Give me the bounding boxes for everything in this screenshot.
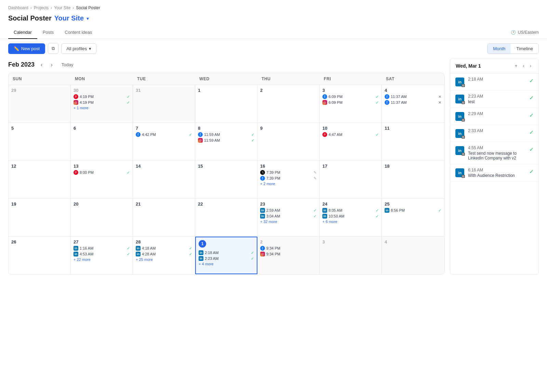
event-row[interactable]: in 1:16 AM ✓	[74, 246, 130, 251]
side-panel-prev-button[interactable]: ‹	[521, 62, 526, 69]
panel-item-3[interactable]: inD 2:29 AM ✓	[450, 108, 538, 125]
cal-cell-12[interactable]: 12	[9, 161, 71, 198]
panel-item-4[interactable]: inD 2:33 AM ✓	[450, 125, 538, 142]
cal-cell-6[interactable]: 6	[71, 123, 133, 160]
breadcrumb-projects[interactable]: Projects	[34, 5, 49, 10]
new-post-button[interactable]: ✏️ New post	[8, 43, 45, 54]
cal-cell-22[interactable]: 22	[195, 199, 257, 236]
side-panel: Wed, Mar 1 + ‹ › inD 2:18 AM ✓	[450, 58, 539, 275]
event-row[interactable]: in 8:05 AM ✓	[322, 208, 379, 213]
cal-cell-15[interactable]: 15	[195, 161, 257, 198]
cal-cell-27[interactable]: 27 in 1:16 AM ✓ in 4:53 AM ✓ +	[71, 237, 133, 274]
event-row[interactable]: ◎ 11:59 AM ✓	[198, 138, 254, 143]
cal-cell-1-mar[interactable]: 1 in 2:18 AM ✓ in 2:23 AM ✓	[195, 237, 257, 274]
cal-cell-28[interactable]: 28 in 4:18 AM ✓ in 4:28 AM ✓ +	[133, 237, 195, 274]
tab-posts[interactable]: Posts	[37, 26, 59, 39]
cal-cell-2-feb[interactable]: 2	[257, 85, 320, 123]
event-row[interactable]: P 4:19 PM ✓	[74, 94, 130, 99]
event-row[interactable]: in 2:59 AM ✓	[260, 208, 317, 213]
event-row[interactable]: in 4:53 AM ✓	[74, 252, 130, 256]
cal-cell-7[interactable]: 7 f 4:42 PM ✓	[133, 123, 195, 160]
breadcrumb-your-site[interactable]: Your Site	[54, 5, 70, 10]
cal-cell-9[interactable]: 9	[257, 123, 320, 160]
panel-item-5[interactable]: inD 4:55 AM Test send now message to Lin…	[450, 142, 538, 164]
panel-item-6[interactable]: inD 6:16 AM With Audience Restriction ✓	[450, 164, 538, 182]
more-events-link[interactable]: + 22 more	[74, 257, 130, 262]
prev-month-button[interactable]: ‹	[39, 61, 44, 69]
panel-item-2[interactable]: inD 2:23 AM test ✓	[450, 90, 538, 108]
more-events-link[interactable]: + 4 more	[199, 262, 254, 266]
event-row[interactable]: f 7:39 PM ✎	[260, 176, 317, 181]
cal-cell-20[interactable]: 20	[71, 199, 133, 236]
event-row[interactable]: in 4:28 AM ✓	[136, 252, 192, 256]
cal-cell-24[interactable]: 24 in 8:05 AM ✓ in 10:50 AM ✓	[320, 199, 382, 236]
view-month-button[interactable]: Month	[488, 44, 511, 54]
today-button[interactable]: Today	[59, 61, 76, 69]
event-row[interactable]: ◎ 6:09 PM ✓	[322, 100, 379, 105]
event-row[interactable]: in 3:04 AM ✓	[260, 214, 317, 219]
side-panel-items: inD 2:18 AM ✓ inD 2:23 AM test	[450, 73, 538, 182]
timezone-indicator: 🕐 US/Eastern	[511, 30, 539, 35]
panel-item-5-text: Test send now message to LinkedIn Compan…	[468, 151, 526, 160]
event-row[interactable]: f 6:09 PM ✓	[322, 94, 379, 99]
cal-cell-31-jan[interactable]: 31	[133, 85, 195, 123]
event-row[interactable]: ◎ 9:34 PM	[260, 252, 317, 256]
cal-cell-25[interactable]: 25 in 8:56 PM ✓	[382, 199, 444, 236]
cal-cell-11[interactable]: 11	[382, 123, 444, 160]
more-events-link[interactable]: + 32 more	[260, 220, 317, 224]
event-row[interactable]: f 11:37 AM ✕	[385, 100, 441, 105]
cal-cell-23[interactable]: 23 in 2:59 AM ✓ in 3:04 AM ✓ +	[257, 199, 320, 236]
tab-content-ideas[interactable]: Content ideas	[59, 26, 97, 39]
cal-cell-18[interactable]: 18	[382, 161, 444, 198]
event-row[interactable]: in 8:56 PM ✓	[385, 208, 441, 213]
event-row[interactable]: 𝕏 7:39 PM ✎	[260, 170, 317, 175]
copy-button[interactable]: ⧉	[48, 43, 58, 54]
site-name-link[interactable]: Your Site	[54, 14, 84, 22]
cal-cell-8[interactable]: 8 f 11:59 AM ✓ ◎ 11:59 AM ✓	[195, 123, 257, 160]
more-events-link[interactable]: + 2 more	[260, 182, 317, 186]
event-row[interactable]: f 11:37 AM ✕	[385, 94, 441, 99]
facebook-icon: f	[385, 94, 389, 99]
event-row[interactable]: in 4:18 AM ✓	[136, 246, 192, 251]
cal-cell-4-mar[interactable]: 4	[382, 237, 444, 274]
next-month-button[interactable]: ›	[49, 61, 54, 69]
cal-cell-5[interactable]: 5	[9, 123, 71, 160]
linkedin-d-icon: inD	[455, 168, 464, 177]
cal-cell-29-jan[interactable]: 29	[9, 85, 71, 123]
cal-cell-14[interactable]: 14	[133, 161, 195, 198]
view-timeline-button[interactable]: Timeline	[511, 44, 538, 54]
cal-cell-3-mar[interactable]: 3	[320, 237, 382, 274]
side-panel-next-button[interactable]: ›	[528, 62, 533, 69]
cal-cell-26[interactable]: 26	[9, 237, 71, 274]
cal-cell-16[interactable]: 16 𝕏 7:39 PM ✎ f 7:39 PM ✎ +	[257, 161, 320, 198]
event-row[interactable]: in 2:18 AM ✓	[199, 250, 254, 255]
cal-cell-4-feb[interactable]: 4 f 11:37 AM ✕ f 11:37 AM ✕	[382, 85, 444, 123]
event-row[interactable]: in 10:50 AM ✓	[322, 214, 379, 219]
cal-cell-2-mar[interactable]: 2 f 9:34 PM ◎ 9:34 PM	[257, 237, 320, 274]
tab-calendar[interactable]: Calendar	[8, 26, 37, 39]
profiles-dropdown-button[interactable]: All profiles ▾	[61, 43, 96, 54]
breadcrumb-dashboard[interactable]: Dashboard	[8, 5, 28, 10]
cal-cell-30-jan[interactable]: 30 P 4:19 PM ✓ ◎ 4:19 PM ✓ + 1	[71, 85, 133, 123]
event-row[interactable]: ◎ 4:19 PM ✓	[74, 100, 130, 105]
cal-cell-17[interactable]: 17	[320, 161, 382, 198]
more-events-link[interactable]: + 25 more	[136, 257, 192, 262]
cal-cell-3-feb[interactable]: 3 f 6:09 PM ✓ ◎ 6:09 PM ✓	[320, 85, 382, 123]
cal-cell-13[interactable]: 13 P 8:00 PM ✓	[71, 161, 133, 198]
site-name-chevron-icon[interactable]: ▾	[86, 16, 89, 21]
event-row[interactable]: f 11:59 AM ✓	[198, 132, 254, 137]
cal-cell-21[interactable]: 21	[133, 199, 195, 236]
cal-cell-1-feb[interactable]: 1	[195, 85, 257, 123]
more-events-link[interactable]: + 6 more	[322, 220, 379, 224]
event-row[interactable]: in 2:23 AM ✓	[199, 256, 254, 261]
cal-cell-10[interactable]: 10 P 4:47 AM ✓	[320, 123, 382, 160]
side-panel-add-button[interactable]: +	[513, 62, 519, 69]
event-row[interactable]: P 4:47 AM ✓	[322, 132, 379, 137]
event-row[interactable]: f 4:42 PM ✓	[136, 132, 192, 137]
event-row[interactable]: f 9:34 PM	[260, 246, 317, 251]
event-row[interactable]: P 8:00 PM ✓	[74, 170, 130, 175]
cal-cell-19[interactable]: 19	[9, 199, 71, 236]
day-name-sun: Sun	[9, 73, 71, 85]
more-events-link[interactable]: + 1 more	[74, 106, 130, 110]
panel-item-1[interactable]: inD 2:18 AM ✓	[450, 73, 538, 90]
